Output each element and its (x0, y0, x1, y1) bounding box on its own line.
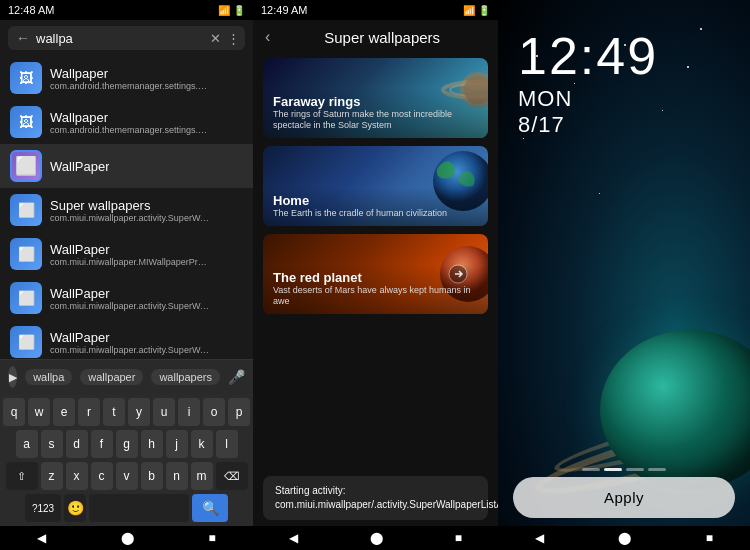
result-text: WallPaper com.miui.miwallpaper.MIWallpap… (50, 242, 210, 267)
key-y[interactable]: y (128, 398, 150, 426)
key-z[interactable]: z (41, 462, 63, 490)
nav-bar-2: ◀ ⬤ ■ (253, 526, 498, 550)
wallpaper-preview-panel: 12:49 MON 8/17 Apply ◀ ⬤ ■ (498, 0, 750, 550)
key-m[interactable]: m (191, 462, 213, 490)
key-g[interactable]: g (116, 430, 138, 458)
status-bar-2: 12:49 AM 📶 🔋 (253, 0, 498, 20)
result-icon-wallpaper: ⬜ (10, 150, 42, 182)
clock-date-num: 8/17 (518, 112, 565, 137)
nav-recent-2[interactable]: ■ (455, 531, 462, 545)
card-content-mars: The red planet Vast deserts of Mars have… (263, 264, 488, 314)
nav-back-3[interactable]: ◀ (535, 531, 544, 545)
keyboard-row-1: q w e r t y u i o p (4, 398, 249, 426)
key-e[interactable]: e (53, 398, 75, 426)
forward-icon[interactable]: ▶ (8, 366, 17, 388)
search-result-item[interactable]: ⬜ WallPaper com.miui.miwallpaper.activit… (0, 320, 253, 359)
search-bar[interactable]: ← ✕ ⋮ (8, 26, 245, 50)
suggestion-wallpaper[interactable]: wallpaper (80, 369, 143, 385)
card-content-home: Home The Earth is the cradle of human ci… (263, 187, 488, 226)
search-result-item[interactable]: 🖼 Wallpaper com.android.thememanager.set… (0, 100, 253, 144)
key-c[interactable]: c (91, 462, 113, 490)
key-a[interactable]: a (16, 430, 38, 458)
key-h[interactable]: h (141, 430, 163, 458)
keyboard-row-2: a s d f g h j k l (4, 430, 249, 458)
result-icon: 🖼 (10, 62, 42, 94)
key-emoji[interactable]: 🙂 (64, 494, 86, 522)
clear-icon[interactable]: ✕ (210, 31, 221, 46)
preview-bottom: Apply (498, 458, 750, 526)
card-desc-home: The Earth is the cradle of human civiliz… (273, 208, 478, 220)
wallpaper-card-faraway[interactable]: Faraway rings The rings of Saturn make t… (263, 58, 488, 138)
key-t[interactable]: t (103, 398, 125, 426)
toast-message: Starting activity:com.miui.miwallpaper/.… (263, 476, 488, 520)
dot-1 (582, 468, 600, 471)
clock-day: MON (518, 86, 572, 111)
search-panel: 12:48 AM 📶 🔋 ← ✕ ⋮ 🖼 Wallpaper com.andro… (0, 0, 253, 550)
key-i[interactable]: i (178, 398, 200, 426)
result-icon: 🖼 (10, 106, 42, 138)
search-result-item[interactable]: ⬜ WallPaper com.miui.miwallpaper.MIWallp… (0, 232, 253, 276)
search-result-item[interactable]: ⬜ WallPaper com.miui.miwallpaper.activit… (0, 276, 253, 320)
key-s[interactable]: s (41, 430, 63, 458)
key-shift[interactable]: ⇧ (6, 462, 38, 490)
key-space[interactable] (89, 494, 189, 522)
wallpaper-card-mars[interactable]: The red planet Vast deserts of Mars have… (263, 234, 488, 314)
nav-home-3[interactable]: ⬤ (618, 531, 631, 545)
key-v[interactable]: v (116, 462, 138, 490)
key-k[interactable]: k (191, 430, 213, 458)
card-content-faraway: Faraway rings The rings of Saturn make t… (263, 88, 488, 138)
status-icons-1: 📶 🔋 (218, 5, 245, 16)
key-search[interactable]: 🔍 (192, 494, 228, 522)
key-q[interactable]: q (3, 398, 25, 426)
result-text: Wallpaper com.android.thememanager.setti… (50, 110, 210, 135)
search-input[interactable] (36, 31, 204, 46)
search-result-item[interactable]: ⬜ Super wallpapers com.miui.miwallpaper.… (0, 188, 253, 232)
wallpaper-card-home[interactable]: Home The Earth is the cradle of human ci… (263, 146, 488, 226)
nav-recent-1[interactable]: ■ (208, 531, 215, 545)
back-icon[interactable]: ← (16, 30, 30, 46)
suggestion-wallpapers[interactable]: wallpapers (151, 369, 220, 385)
key-o[interactable]: o (203, 398, 225, 426)
key-b[interactable]: b (141, 462, 163, 490)
key-x[interactable]: x (66, 462, 88, 490)
result-icon: ⬜ (10, 238, 42, 270)
key-w[interactable]: w (28, 398, 50, 426)
key-r[interactable]: r (78, 398, 100, 426)
key-f[interactable]: f (91, 430, 113, 458)
nav-back-1[interactable]: ◀ (37, 531, 46, 545)
key-j[interactable]: j (166, 430, 188, 458)
card-title-faraway: Faraway rings (273, 94, 478, 109)
key-123[interactable]: ?123 (25, 494, 61, 522)
keyboard: q w e r t y u i o p a s d f g h j k l ⇧ … (0, 394, 253, 526)
nav-home-1[interactable]: ⬤ (121, 531, 134, 545)
key-n[interactable]: n (166, 462, 188, 490)
key-u[interactable]: u (153, 398, 175, 426)
toast-text: Starting activity:com.miui.miwallpaper/.… (275, 485, 528, 510)
key-backspace[interactable]: ⌫ (216, 462, 248, 490)
key-l[interactable]: l (216, 430, 238, 458)
nav-bar-1: ◀ ⬤ ■ (0, 526, 253, 550)
status-icons-2: 📶 🔋 (463, 5, 490, 16)
apply-button[interactable]: Apply (513, 477, 735, 518)
mic-icon[interactable]: 🎤 (228, 369, 245, 385)
nav-back-2[interactable]: ◀ (289, 531, 298, 545)
suggestions-bar: ▶ wallpa wallpaper wallpapers 🎤 (0, 359, 253, 394)
search-result-item-active[interactable]: ⬜ WallPaper (0, 144, 253, 188)
key-d[interactable]: d (66, 430, 88, 458)
result-icon: ⬜ (10, 282, 42, 314)
clock-date: MON 8/17 (518, 86, 730, 138)
result-text: WallPaper com.miui.miwallpaper.activity.… (50, 330, 210, 355)
key-p[interactable]: p (228, 398, 250, 426)
suggestion-wallpa[interactable]: wallpa (25, 369, 72, 385)
nav-recent-3[interactable]: ■ (706, 531, 713, 545)
status-bar-1: 12:48 AM 📶 🔋 (0, 0, 253, 20)
nav-home-2[interactable]: ⬤ (370, 531, 383, 545)
search-result-item[interactable]: 🖼 Wallpaper com.android.thememanager.set… (0, 56, 253, 100)
super-wallpapers-panel: 12:49 AM 📶 🔋 ‹ Super wallpapers Faraway … (253, 0, 498, 550)
super-wallpapers-header: ‹ Super wallpapers (253, 20, 498, 54)
result-text: Super wallpapers com.miui.miwallpaper.ac… (50, 198, 210, 223)
back-button-super[interactable]: ‹ (265, 28, 270, 46)
result-text: WallPaper com.miui.miwallpaper.activity.… (50, 286, 210, 311)
preview-spacer (498, 138, 750, 458)
more-icon[interactable]: ⋮ (227, 31, 240, 46)
